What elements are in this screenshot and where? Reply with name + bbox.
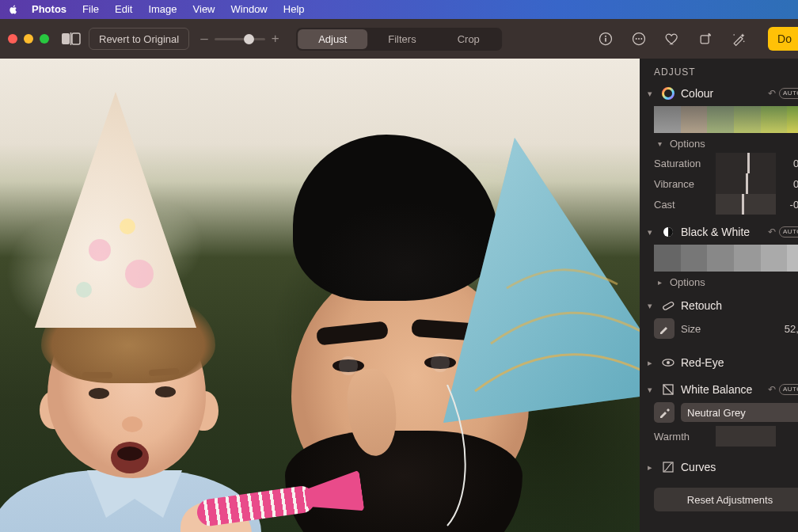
bw-options-toggle[interactable]: ▸ Options	[640, 275, 798, 291]
vibrance-slider[interactable]: Vibrance 0,0	[640, 173, 798, 194]
favorite-icon[interactable]	[663, 30, 681, 48]
warmth-label: Warmth	[654, 431, 711, 443]
saturation-slider[interactable]: Saturation 0,1	[640, 153, 798, 173]
zoom-control: – +	[200, 31, 279, 47]
party-hat-child	[28, 92, 203, 329]
zoom-in-button[interactable]: +	[272, 31, 279, 47]
wb-picker-button[interactable]	[654, 402, 674, 423]
svg-rect-5	[605, 38, 606, 42]
svg-rect-23	[663, 302, 674, 310]
main: ADJUST ▾ Colour ↶ AUTO ▾ Options Saturat…	[0, 59, 798, 532]
tab-adjust[interactable]: Adjust	[298, 29, 367, 49]
white-balance-icon	[662, 383, 674, 396]
compare-toggle-icon[interactable]	[60, 29, 82, 48]
toolbar-right: Do	[597, 27, 798, 51]
retouch-brush-button[interactable]	[654, 318, 674, 339]
undo-icon[interactable]: ↶	[768, 226, 776, 238]
rotate-icon[interactable]	[697, 30, 714, 48]
section-redeye-label: Red-Eye	[681, 356, 798, 369]
enhance-icon[interactable]	[730, 30, 747, 48]
done-button[interactable]: Do	[768, 27, 798, 51]
chevron-right-icon: ▸	[644, 462, 656, 473]
vibrance-label: Vibrance	[654, 178, 711, 190]
photo-canvas[interactable]	[0, 59, 640, 532]
svg-point-18	[120, 218, 135, 234]
editor-mode-segmented: Adjust Filters Crop	[296, 28, 502, 51]
menu-view[interactable]: View	[185, 0, 223, 19]
svg-point-7	[636, 38, 637, 40]
undo-icon[interactable]: ↶	[768, 88, 776, 99]
section-curves-header[interactable]: ▸ Curves	[640, 458, 798, 477]
undo-icon[interactable]: ↶	[768, 384, 776, 395]
section-curves-label: Curves	[681, 461, 798, 473]
menu-help[interactable]: Help	[276, 0, 313, 19]
section-colour-header[interactable]: ▾ Colour ↶ AUTO	[640, 84, 798, 103]
wb-mode-row: Neutral Grey	[640, 399, 798, 426]
section-bw-header[interactable]: ▾ Black & White ↶ AUTO	[640, 222, 798, 241]
window-zoom-button[interactable]	[40, 34, 49, 44]
wb-mode-dropdown[interactable]: Neutral Grey	[681, 403, 798, 422]
auto-button[interactable]: AUTO	[779, 88, 798, 99]
cast-label: Cast	[654, 199, 711, 211]
window-controls	[8, 34, 49, 44]
menu-window[interactable]: Window	[223, 0, 276, 19]
chevron-down-icon: ▾	[644, 227, 656, 238]
hat-string	[443, 385, 570, 527]
tab-filters[interactable]: Filters	[367, 29, 436, 49]
chevron-down-icon: ▾	[644, 385, 656, 395]
zoom-slider[interactable]	[215, 38, 265, 40]
menu-image[interactable]: Image	[140, 0, 184, 19]
section-wb-header[interactable]: ▾ White Balance ↶ AUTO	[640, 380, 798, 399]
section-wb-label: White Balance	[681, 383, 762, 396]
auto-button[interactable]: AUTO	[779, 384, 798, 395]
tab-crop[interactable]: Crop	[437, 29, 500, 49]
reset-adjustments-button[interactable]: Reset Adjustments	[654, 488, 798, 511]
bw-preset-strip[interactable]	[640, 241, 798, 275]
svg-rect-1	[72, 33, 80, 44]
svg-point-25	[667, 361, 670, 364]
vibrance-value: 0,0	[781, 178, 798, 190]
chevron-down-icon: ▾	[644, 301, 656, 311]
bw-icon	[662, 226, 674, 238]
photo-content	[0, 59, 640, 532]
zoom-out-button[interactable]: –	[200, 31, 207, 47]
bandage-icon	[662, 299, 674, 312]
cast-slider[interactable]: Cast -0,4	[640, 194, 798, 215]
info-icon[interactable]	[597, 30, 614, 48]
apple-menu-icon[interactable]	[6, 4, 21, 15]
menu-edit[interactable]: Edit	[107, 0, 140, 19]
section-redeye-header[interactable]: ▸ Red-Eye	[640, 353, 798, 372]
retouch-size-value: 52,3	[785, 323, 798, 335]
chevron-down-icon: ▾	[644, 89, 656, 99]
svg-point-9	[640, 38, 642, 40]
zoom-slider-thumb[interactable]	[244, 34, 254, 44]
colour-wheel-icon	[662, 87, 674, 100]
menu-file[interactable]: File	[74, 0, 107, 19]
svg-point-16	[125, 260, 154, 288]
svg-point-8	[638, 38, 640, 40]
colour-options-label: Options	[670, 138, 705, 150]
section-colour-label: Colour	[681, 87, 762, 100]
window-close-button[interactable]	[8, 34, 17, 44]
menubar: Photos File Edit Image View Window Help	[0, 0, 798, 19]
more-icon[interactable]	[630, 30, 648, 48]
retouch-size-label: Size	[681, 323, 712, 335]
colour-preset-strip[interactable]	[640, 103, 798, 136]
svg-point-21	[663, 89, 674, 99]
saturation-label: Saturation	[654, 158, 711, 169]
warmth-slider[interactable]: Warmth	[640, 426, 798, 446]
curves-icon	[662, 461, 674, 473]
eye-icon	[662, 356, 674, 369]
section-retouch-header[interactable]: ▾ Retouch ↶	[640, 296, 798, 315]
window-minimize-button[interactable]	[24, 34, 33, 44]
colour-options-toggle[interactable]: ▾ Options	[640, 136, 798, 153]
adjust-sidebar: ADJUST ▾ Colour ↶ AUTO ▾ Options Saturat…	[640, 59, 798, 532]
party-hat-man	[443, 138, 640, 423]
section-bw-label: Black & White	[681, 226, 762, 238]
revert-to-original-button[interactable]: Revert to Original	[89, 28, 189, 50]
svg-marker-14	[35, 92, 196, 328]
retouch-size-row: Size 52,3	[640, 315, 798, 342]
auto-button[interactable]: AUTO	[779, 226, 798, 238]
app-name[interactable]: Photos	[24, 0, 74, 19]
svg-point-17	[76, 282, 92, 298]
